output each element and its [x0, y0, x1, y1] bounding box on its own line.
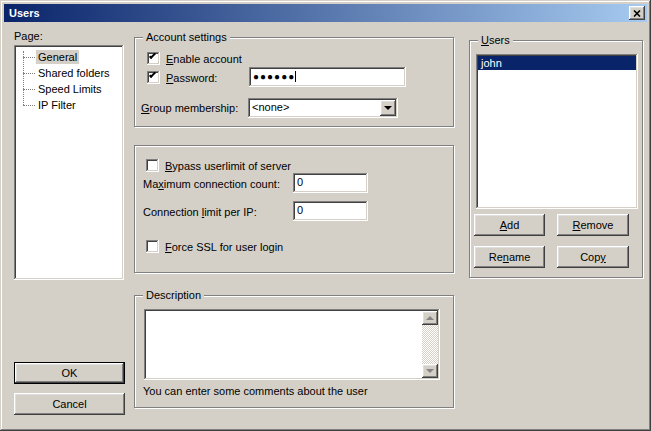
- group-membership-value: <none>: [252, 101, 289, 113]
- tree-connector: [23, 73, 35, 74]
- scroll-up-button[interactable]: [422, 311, 438, 325]
- description-title: Description: [143, 290, 204, 301]
- bypass-userlimit-label: Bypass userlimit of server: [165, 160, 291, 172]
- description-group: Description You can enter some comments …: [134, 295, 454, 408]
- triangle-down-icon: [426, 369, 434, 377]
- account-settings-group: Account settings Enable account Password…: [134, 37, 454, 127]
- cancel-button[interactable]: Cancel: [14, 393, 125, 415]
- password-label: Password:: [166, 72, 217, 84]
- rename-user-button[interactable]: Rename: [474, 246, 545, 268]
- dropdown-arrow-button[interactable]: [380, 100, 396, 116]
- password-checkbox[interactable]: [147, 71, 160, 84]
- close-icon: [633, 10, 641, 17]
- checkmark-icon: [149, 71, 156, 78]
- max-connection-count-label: Maximum connection count:: [143, 178, 280, 190]
- page-label: Page:: [14, 30, 43, 42]
- force-ssl-checkbox[interactable]: [146, 240, 159, 253]
- titlebar[interactable]: Users: [4, 4, 647, 22]
- tree-connector: [23, 105, 35, 106]
- connection-limits-group: Bypass userlimit of server Maximum conne…: [134, 145, 454, 273]
- text-caret: [295, 71, 296, 82]
- description-textarea[interactable]: [144, 309, 440, 380]
- checkmark-icon: [149, 52, 156, 59]
- users-dialog: Users Page: General Shared folders Speed…: [0, 0, 651, 431]
- users-group: Users john Add Remove Rename Copy: [469, 40, 643, 278]
- force-ssl-label: Force SSL for user login: [165, 241, 283, 253]
- page-tree: General Shared folders Speed Limits IP F…: [14, 45, 124, 280]
- password-masked-value: ●●●●●●: [253, 71, 295, 82]
- tree-item-shared-folders[interactable]: Shared folders: [14, 65, 124, 81]
- scroll-down-button[interactable]: [422, 364, 438, 378]
- tree-item-speed-limits[interactable]: Speed Limits: [14, 81, 124, 97]
- window-title: Users: [9, 7, 40, 19]
- tree-connector: [23, 57, 35, 58]
- tree-item-ip-filter[interactable]: IP Filter: [14, 97, 124, 113]
- user-list-item[interactable]: john: [478, 56, 636, 70]
- tree-item-general[interactable]: General: [14, 49, 124, 65]
- connection-limit-per-ip-input[interactable]: 0: [293, 201, 368, 221]
- enable-account-label: Enable account: [166, 53, 242, 65]
- bypass-userlimit-checkbox[interactable]: [146, 159, 159, 172]
- users-listbox[interactable]: john: [476, 54, 638, 209]
- copy-user-button[interactable]: Copy: [557, 246, 629, 268]
- group-membership-label: Group membership:: [141, 102, 238, 114]
- triangle-up-icon: [426, 312, 434, 320]
- users-group-title: Users: [478, 35, 513, 46]
- close-button[interactable]: [629, 6, 645, 20]
- remove-user-button[interactable]: Remove: [557, 214, 629, 236]
- account-settings-title: Account settings: [143, 32, 230, 43]
- max-connection-count-input[interactable]: 0: [293, 173, 368, 193]
- chevron-down-icon: [384, 106, 392, 114]
- description-scrollbar[interactable]: [422, 311, 438, 378]
- ok-button[interactable]: OK: [14, 362, 125, 384]
- add-user-button[interactable]: Add: [474, 214, 545, 236]
- enable-account-checkbox[interactable]: [147, 52, 160, 65]
- connection-limit-per-ip-label: Connection limit per IP:: [143, 206, 257, 218]
- group-membership-dropdown[interactable]: <none>: [248, 98, 398, 118]
- description-hint: You can enter some comments about the us…: [143, 385, 368, 397]
- password-input[interactable]: ●●●●●●: [249, 67, 406, 87]
- tree-connector: [23, 89, 35, 90]
